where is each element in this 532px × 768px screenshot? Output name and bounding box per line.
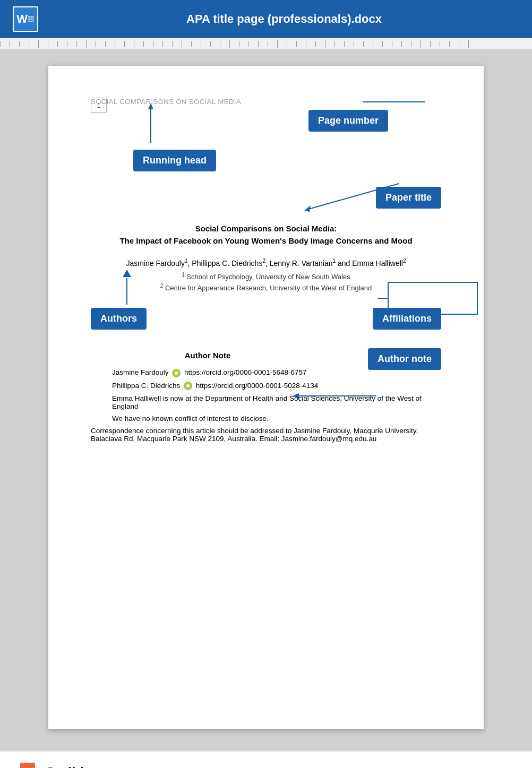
ruler-tick xyxy=(76,41,86,47)
ruler-tick xyxy=(363,41,373,47)
author-1-name: Jasmine Fardouly xyxy=(112,368,169,376)
authors-section: Jasmine Fardouly1, Phillippa C. Diedrich… xyxy=(91,258,441,292)
paper-sub-title: The Impact of Facebook on Young Women's … xyxy=(91,236,441,245)
ruler xyxy=(0,38,532,50)
ruler-tick xyxy=(182,40,191,48)
ruler-tick xyxy=(48,41,57,47)
author-note-para-1: Emma Halliwell is now at the Department … xyxy=(91,394,441,410)
ruler-tick xyxy=(354,41,363,47)
ruler-tick xyxy=(287,41,296,47)
running-head-text: SOCIAL COMPARISONS ON SOCIAL MEDIA xyxy=(91,98,241,106)
word-icon-text: W≡ xyxy=(16,12,35,26)
ruler-tick xyxy=(315,41,325,47)
ruler-tick xyxy=(268,41,277,47)
ruler-tick xyxy=(325,40,334,48)
ruler-tick xyxy=(67,41,76,47)
ruler-tick xyxy=(277,40,287,48)
orcid-icon-1 xyxy=(172,369,181,377)
paper-title-label-box: Paper title xyxy=(376,187,441,209)
document-title: APA title page (professionals).docx xyxy=(49,12,519,26)
ruler-tick xyxy=(459,41,468,47)
orcid-icon-2 xyxy=(184,382,192,390)
ruler-tick xyxy=(115,41,124,47)
affiliations-label-area: Affiliations xyxy=(373,308,441,330)
ruler-tick xyxy=(210,41,220,47)
ruler-tick xyxy=(468,40,478,48)
page-number-label-box: Page number xyxy=(308,110,388,132)
word-icon: W≡ xyxy=(13,6,38,32)
running-head-label-box: Running head xyxy=(133,150,216,171)
ruler-tick xyxy=(10,41,19,47)
title-bar: W≡ APA title page (professionals).docx xyxy=(0,0,532,38)
paper-main-title: Social Comparisons on Social Media: xyxy=(91,224,441,233)
ruler-tick xyxy=(382,41,392,47)
labels-row: Authors Affiliations xyxy=(91,308,441,330)
authors-label-area: Authors xyxy=(91,308,147,330)
page-number-label: Page number xyxy=(308,110,388,132)
ruler-tick xyxy=(239,41,248,47)
ruler-tick xyxy=(430,41,440,47)
scribbr-logo: S Scribbr xyxy=(16,761,94,768)
paper-title-label: Paper title xyxy=(376,187,441,209)
authors-label-box: Authors xyxy=(91,308,147,330)
ruler-tick xyxy=(229,40,239,48)
ruler-tick xyxy=(143,41,153,47)
ruler-tick xyxy=(57,41,67,47)
ruler-tick xyxy=(191,41,201,47)
ruler-tick xyxy=(296,41,306,47)
document-area: SOCIAL COMPARISONS ON SOCIAL MEDIA 1 Run… xyxy=(0,50,532,750)
running-head-label: Running head xyxy=(133,150,216,171)
author-note-label: Author note xyxy=(368,348,441,370)
ruler-tick xyxy=(172,41,182,47)
author-note-para-3: Correspondence concerning this article s… xyxy=(91,427,441,443)
author-note-line-2: Phillippa C. Diedrichs https://orcid.org… xyxy=(91,382,441,390)
ruler-tick xyxy=(29,41,38,47)
ruler-tick xyxy=(440,41,449,47)
ruler-tick xyxy=(392,41,401,47)
ruler-tick xyxy=(258,41,268,47)
ruler-tick xyxy=(373,40,382,48)
paper: SOCIAL COMPARISONS ON SOCIAL MEDIA 1 Run… xyxy=(48,66,484,729)
ruler-tick xyxy=(306,41,315,47)
affiliation-2: 2 Centre for Appearance Research, Univer… xyxy=(91,283,441,292)
ruler-tick xyxy=(411,41,421,47)
scribbr-icon: S xyxy=(16,761,39,768)
author-2-name: Phillippa C. Diedrichs xyxy=(112,382,180,390)
paper-title-section: Social Comparisons on Social Media: The … xyxy=(91,224,441,245)
author-note-para-2: We have no known conflict of interest to… xyxy=(91,415,441,422)
authors-line: Jasmine Fardouly1, Phillippa C. Diedrich… xyxy=(91,258,441,267)
ruler-tick xyxy=(0,41,10,47)
ruler-tick xyxy=(449,41,459,47)
ruler-tick xyxy=(105,41,115,47)
ruler-tick xyxy=(134,40,143,48)
orcid-url-2: https://orcid.org/0000-0001-5028-4134 xyxy=(196,382,318,390)
ruler-tick xyxy=(220,41,229,47)
scribbr-name: Scribbr xyxy=(46,764,94,769)
affiliation-1: 1 School of Psychology, University of Ne… xyxy=(91,272,441,281)
ruler-tick xyxy=(248,41,258,47)
ruler-tick xyxy=(153,41,162,47)
author-note-section: Author note Author Note Jasmine Fardouly… xyxy=(91,351,441,443)
ruler-tick xyxy=(334,41,344,47)
ruler-tick xyxy=(201,41,210,47)
bottom-bar: S Scribbr xyxy=(0,750,532,768)
orcid-url-1: https://orcid.org/0000-0001-5648-6757 xyxy=(184,368,306,376)
affiliations-label-box: Affiliations xyxy=(373,308,441,330)
ruler-tick xyxy=(96,41,105,47)
ruler-tick xyxy=(401,41,411,47)
ruler-tick xyxy=(124,41,134,47)
ruler-tick xyxy=(86,40,96,48)
ruler-tick xyxy=(19,41,29,47)
author-note-heading: Author Note xyxy=(91,351,324,360)
ruler-tick xyxy=(421,40,430,48)
author-note-label-box: Author note xyxy=(368,348,441,370)
ruler-tick xyxy=(344,41,354,47)
ruler-tick xyxy=(162,41,172,47)
ruler-tick xyxy=(38,40,48,48)
svg-marker-4 xyxy=(304,205,311,212)
